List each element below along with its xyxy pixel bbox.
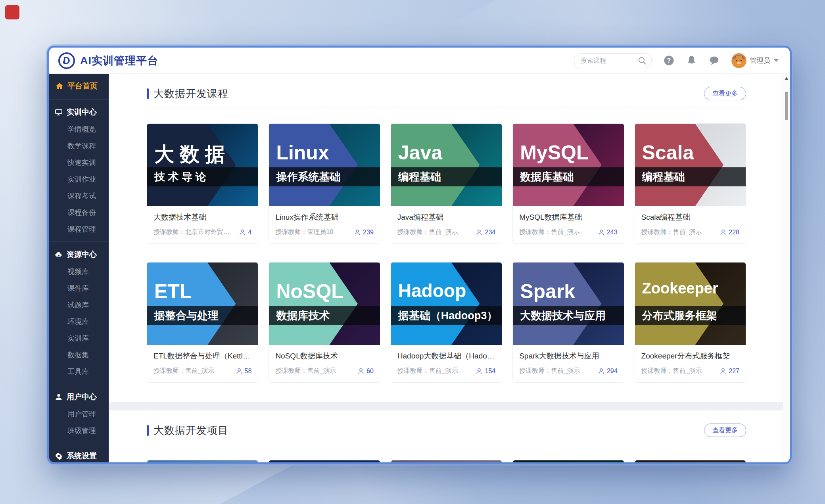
- course-card[interactable]: Linux 操作系统基础 Linux操作系统基础 授课教师：管理员10: [269, 123, 380, 244]
- student-count-value: 58: [245, 368, 252, 375]
- course-title: Spark大数据技术与应用: [519, 351, 617, 361]
- sidebar-subitem[interactable]: 环境库: [49, 313, 109, 330]
- view-more-button[interactable]: 查看更多: [704, 424, 746, 437]
- course-info: Scala编程基础 授课教师：售前_演示 228: [635, 206, 746, 243]
- course-thumbnail: Hadoop 据基础（Hadoop3）: [391, 263, 502, 345]
- sidebar-subitem[interactable]: 数据集: [49, 347, 109, 363]
- course-card[interactable]: NoSQL 数据库技术 NoSQL数据库技术 授课教师：售前_演示: [269, 262, 380, 383]
- app-body: 平台首页 实训中心: [49, 74, 790, 462]
- thumbnail-arrow-shape: [269, 263, 358, 345]
- bell-icon[interactable]: [686, 55, 697, 66]
- student-count: 58: [236, 368, 252, 375]
- sidebar-group-label: 用户中心: [67, 392, 97, 402]
- thumbnail-big-text: Zookeeper: [642, 280, 718, 297]
- course-card[interactable]: Java 编程基础 Java编程基础 授课教师：售前_演示: [391, 123, 502, 244]
- person-icon: [598, 368, 604, 374]
- project-card[interactable]: 大数据开发案例: [635, 460, 746, 462]
- course-meta: 授课教师：售前_演示 294: [519, 367, 617, 375]
- sidebar-subitem[interactable]: 实训作业: [49, 171, 109, 188]
- course-title: MySQL数据库基础: [519, 212, 617, 222]
- project-card[interactable]: 大数据开发案例: [391, 460, 502, 462]
- main-content: 大数据开发课程 查看更多 大 数 据 技 术 导: [109, 74, 783, 462]
- scrollbar-thumb[interactable]: [785, 92, 788, 120]
- course-teacher: 授课教师：售前_演示: [641, 228, 716, 236]
- sidebar-group: 系统设置: [49, 443, 109, 464]
- course-meta: 授课教师：售前_演示 234: [397, 228, 495, 236]
- section-title: 大数据开发项目: [153, 424, 228, 437]
- project-card[interactable]: 大数据开发案例: [512, 460, 624, 462]
- section-header: 大数据开发课程 查看更多: [147, 86, 746, 102]
- course-teacher: 授课教师：售前_演示: [519, 228, 594, 236]
- course-card[interactable]: MySQL 数据库基础 MySQL数据库基础 授课教师：售前_演示: [512, 123, 624, 244]
- course-info: ETL数据整合与处理（Kettle） 授课教师：售前_演示 58: [147, 345, 258, 382]
- course-info: Linux操作系统基础 授课教师：管理员10 239: [269, 206, 380, 243]
- sidebar-subitem[interactable]: 实训库: [49, 330, 109, 347]
- sidebar-group-header[interactable]: 实训中心: [49, 103, 109, 121]
- person-icon: [476, 368, 482, 374]
- user-icon: [55, 393, 63, 401]
- student-count-value: 4: [248, 229, 251, 236]
- sidebar-group-header[interactable]: 用户中心: [49, 388, 109, 406]
- sidebar-subitem[interactable]: 快速实训: [49, 154, 109, 171]
- course-teacher: 授课教师：售前_演示: [275, 367, 354, 375]
- recording-indicator: [5, 5, 19, 19]
- course-meta: 授课教师：售前_演示 228: [641, 228, 739, 236]
- sidebar-subitem[interactable]: 用户管理: [49, 406, 109, 422]
- person-icon: [720, 229, 726, 236]
- project-card[interactable]: ●●● 大数据开发案例: [269, 460, 380, 462]
- course-card[interactable]: 大 数 据 技 术 导 论 大数据技术基础 授课教师：北京市对外贸易学校教...: [147, 123, 258, 244]
- thumbnail-sub-text: 大数据技术与应用: [520, 306, 606, 325]
- course-teacher: 授课教师：售前_演示: [397, 367, 472, 375]
- student-count-value: 228: [729, 229, 739, 236]
- person-icon: [358, 368, 364, 374]
- help-icon[interactable]: ?: [664, 55, 674, 66]
- sidebar-sublist: 视频库 课件库 试题库: [49, 263, 109, 380]
- search-icon[interactable]: [637, 56, 647, 65]
- user-menu[interactable]: 管理员: [731, 53, 779, 68]
- course-card[interactable]: ETL 据整合与处理 ETL数据整合与处理（Kettle） 授课教师：售前_演示: [147, 262, 258, 383]
- course-card[interactable]: Scala 编程基础 Scala编程基础 授课教师：售前_演示: [635, 123, 746, 244]
- student-count: 239: [354, 229, 374, 236]
- thumbnail-sub-text: 技 术 导 论: [154, 167, 206, 186]
- sidebar-subitem[interactable]: 班级管理: [49, 422, 109, 439]
- scrollbar-up-arrow[interactable]: [785, 77, 789, 80]
- app-title: AI实训管理平台: [80, 54, 158, 68]
- sidebar-subitem[interactable]: 课程管理: [49, 221, 109, 238]
- course-card[interactable]: Zookeeper 分布式服务框架 Zookeeper分布式服务框架 授课教师：…: [635, 262, 746, 383]
- course-card[interactable]: Hadoop 据基础（Hadoop3） Hadoop大数据基础（Hadoop3）…: [391, 262, 502, 383]
- sidebar-subitem-label: 实训作业: [67, 174, 96, 184]
- chat-icon[interactable]: [709, 55, 719, 66]
- course-card[interactable]: Spark 大数据技术与应用 Spark大数据技术与应用 授课教师：售前_演示: [512, 262, 624, 383]
- sidebar-subitem[interactable]: 课件库: [49, 280, 109, 297]
- course-teacher: 授课教师：售前_演示: [519, 367, 594, 375]
- view-more-button[interactable]: 查看更多: [704, 87, 746, 100]
- sidebar-subitem-label: 用户管理: [67, 409, 96, 419]
- course-thumbnail: Spark 大数据技术与应用: [513, 263, 624, 345]
- course-thumbnail: Linux 操作系统基础: [269, 124, 380, 206]
- sidebar-subitem[interactable]: 视频库: [49, 263, 109, 280]
- sidebar-subitem[interactable]: 试题库: [49, 297, 109, 313]
- thumbnail-big-text: MySQL: [520, 141, 588, 164]
- scrollbar: [783, 74, 790, 462]
- home-icon: [56, 82, 63, 90]
- sidebar-subitem-label: 学情概览: [67, 125, 96, 134]
- sidebar-subitem-label: 数据集: [67, 350, 89, 360]
- sidebar-item-label: 平台首页: [67, 81, 98, 91]
- sidebar-group-header[interactable]: 系统设置: [49, 447, 109, 464]
- sidebar-subitem[interactable]: 课程考试: [49, 188, 109, 204]
- thumbnail-arrow-shape: [513, 124, 602, 206]
- desktop: D AI实训管理平台 ?: [0, 0, 825, 504]
- project-thumbnail: 大数据开发案例: [635, 460, 746, 462]
- student-count-value: 60: [366, 368, 374, 375]
- sidebar-subitem[interactable]: 教学课程: [49, 138, 109, 154]
- project-card[interactable]: 大数据开发案例: [147, 460, 258, 462]
- sidebar-group-header[interactable]: 资源中心: [49, 246, 109, 263]
- project-thumbnail: ●●● 大数据开发案例: [269, 460, 380, 462]
- sidebar-item-home[interactable]: 平台首页: [49, 77, 109, 95]
- monitor-icon: [55, 108, 63, 116]
- thumbnail-big-text: Scala: [642, 141, 694, 164]
- sidebar-subitem[interactable]: 学情概览: [49, 121, 109, 138]
- sidebar-subitem[interactable]: 工具库: [49, 363, 109, 380]
- sidebar-subitem[interactable]: 课程备份: [49, 204, 109, 221]
- person-icon: [598, 229, 604, 236]
